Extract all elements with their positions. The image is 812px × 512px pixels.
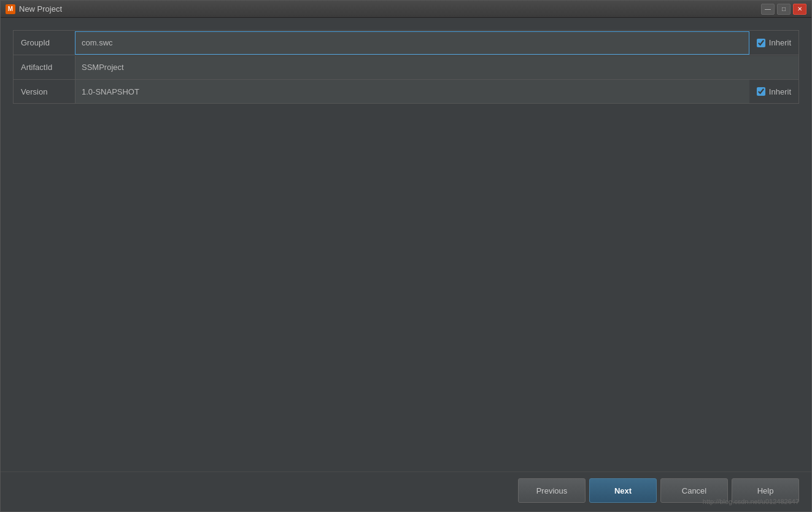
next-button[interactable]: Next — [589, 478, 657, 503]
version-label: Version — [14, 87, 75, 96]
groupid-inherit-checkbox[interactable] — [757, 39, 765, 47]
version-row: Version Inherit — [13, 79, 799, 104]
version-inherit-label: Inherit — [769, 87, 791, 96]
groupid-inherit-container: Inherit — [749, 38, 798, 47]
form-area: GroupId Inherit ArtifactId Version Inher… — [13, 30, 799, 104]
window-icon: M — [6, 4, 15, 14]
groupid-label: GroupId — [14, 38, 75, 47]
close-button[interactable]: ✕ — [793, 4, 806, 15]
minimize-button[interactable]: — — [761, 4, 775, 15]
new-project-window: M New Project — □ ✕ GroupId Inherit Arti… — [0, 0, 812, 512]
groupid-row: GroupId Inherit — [13, 30, 799, 55]
bottom-bar: Previous Next Cancel Help — [1, 471, 811, 511]
dialog-content: GroupId Inherit ArtifactId Version Inher… — [1, 18, 811, 471]
version-input[interactable] — [75, 80, 749, 103]
maximize-button[interactable]: □ — [777, 4, 791, 15]
version-inherit-container: Inherit — [749, 87, 798, 96]
artifactid-label: ArtifactId — [14, 63, 75, 72]
previous-button[interactable]: Previous — [518, 478, 586, 503]
groupid-inherit-label: Inherit — [769, 38, 791, 47]
title-bar: M New Project — □ ✕ — [1, 1, 811, 18]
title-bar-controls: — □ ✕ — [761, 4, 806, 15]
version-inherit-checkbox[interactable] — [757, 87, 765, 96]
artifactid-row: ArtifactId — [13, 55, 799, 79]
watermark: http://blog.csdn.net/u012482647 — [703, 498, 799, 505]
groupid-input[interactable] — [75, 31, 749, 55]
window-title: New Project — [19, 4, 761, 14]
artifactid-input[interactable] — [75, 56, 798, 79]
main-content-area — [13, 104, 799, 465]
